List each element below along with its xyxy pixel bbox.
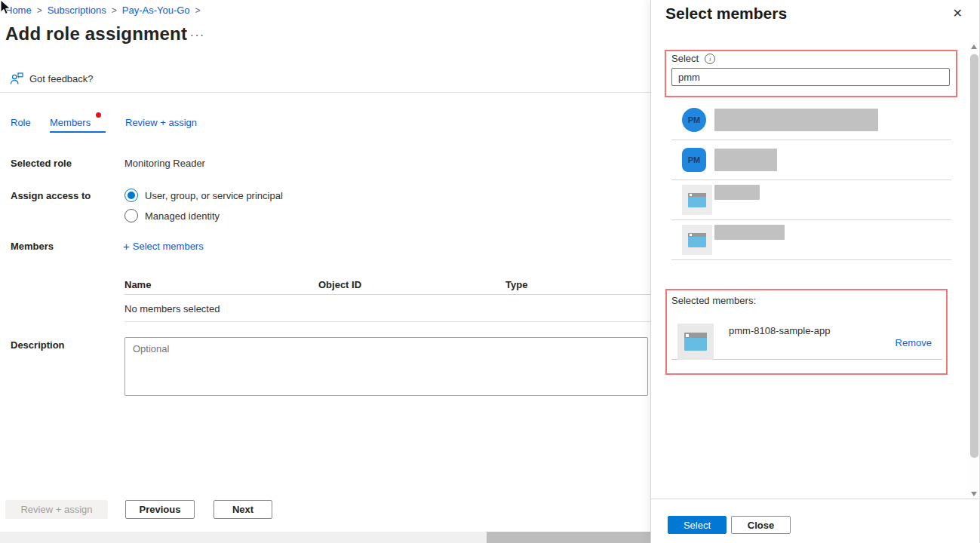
table-header-divider <box>124 294 650 295</box>
active-tab-underline <box>50 131 106 133</box>
add-role-assignment-page: Home > Subscriptions > Pay-As-You-Go > A… <box>0 0 650 543</box>
selected-members-label: Selected members: <box>671 295 756 306</box>
mouse-cursor-icon <box>0 0 12 17</box>
member-search-results: PM PM <box>671 100 951 260</box>
breadcrumb-subscriptions[interactable]: Subscriptions <box>48 5 106 16</box>
select-members-panel: Select members ✕ Select i PM PM Selected… <box>650 0 980 543</box>
radio-label: User, group, or service principal <box>145 190 283 201</box>
page-title: Add role assignment <box>5 23 187 44</box>
breadcrumb-separator: > <box>112 5 117 16</box>
scroll-down-icon[interactable] <box>971 492 977 496</box>
vertical-scrollbar[interactable] <box>969 41 980 499</box>
select-field-label: Select <box>671 53 699 64</box>
info-icon[interactable]: i <box>705 54 715 64</box>
column-header-object-id: Object ID <box>318 279 361 290</box>
member-list-item[interactable]: PM <box>671 100 951 140</box>
description-textarea[interactable] <box>124 337 648 396</box>
unsaved-changes-dot <box>96 112 101 118</box>
member-list-item[interactable] <box>671 180 951 220</box>
selected-member-name: pmm-8108-sample-app <box>729 325 830 336</box>
redacted-name-bar <box>714 149 777 171</box>
user-initials-avatar: PM <box>682 148 706 172</box>
header-divider <box>0 92 650 93</box>
tab-members[interactable]: Members <box>50 117 91 128</box>
close-icon[interactable]: ✕ <box>953 6 963 20</box>
application-icon <box>682 185 712 215</box>
select-members-link-label: Select members <box>133 241 204 252</box>
application-icon <box>677 324 714 360</box>
member-search-input[interactable] <box>671 68 950 86</box>
horizontal-scrollbar[interactable] <box>0 532 650 543</box>
selected-member-row: pmm-8108-sample-app Remove <box>671 313 942 360</box>
table-empty-message: No members selected <box>124 303 220 314</box>
breadcrumb: Home > Subscriptions > Pay-As-You-Go > <box>5 5 201 16</box>
close-button[interactable]: Close <box>731 516 791 534</box>
selected-role-value: Monitoring Reader <box>124 158 205 169</box>
vertical-scrollbar-thumb[interactable] <box>970 54 978 458</box>
more-options-button[interactable]: ··· <box>190 29 205 41</box>
panel-title: Select members <box>665 5 787 23</box>
table-row-divider <box>124 321 650 322</box>
selected-role-label: Selected role <box>11 158 72 169</box>
user-initials-avatar: PM <box>682 108 706 132</box>
application-icon <box>682 225 712 255</box>
remove-member-link[interactable]: Remove <box>896 337 932 348</box>
member-list-item[interactable] <box>671 220 951 260</box>
redacted-name-bar <box>714 185 760 200</box>
redacted-name-bar <box>714 109 878 131</box>
radio-unselected-icon <box>124 209 138 222</box>
member-list-item[interactable]: PM <box>671 140 951 180</box>
feedback-icon <box>10 72 23 85</box>
previous-button[interactable]: Previous <box>125 500 195 519</box>
review-assign-button[interactable]: Review + assign <box>5 500 108 519</box>
select-button[interactable]: Select <box>668 516 727 534</box>
radio-user-group-service-principal[interactable]: User, group, or service principal <box>124 189 283 202</box>
members-label: Members <box>11 241 54 252</box>
radio-label: Managed identity <box>145 210 220 222</box>
breadcrumb-separator: > <box>195 5 201 16</box>
column-header-type: Type <box>505 279 527 290</box>
panel-footer-divider <box>651 499 980 499</box>
tab-role[interactable]: Role <box>11 117 31 128</box>
description-label: Description <box>11 339 65 351</box>
horizontal-scrollbar-thumb[interactable] <box>487 532 650 543</box>
radio-selected-icon <box>124 189 138 202</box>
scroll-up-icon[interactable] <box>971 44 977 49</box>
assign-access-to-label: Assign access to <box>11 190 91 201</box>
redacted-name-bar <box>714 225 785 240</box>
tab-review-assign[interactable]: Review + assign <box>125 117 197 128</box>
breadcrumb-separator: > <box>37 5 42 16</box>
radio-managed-identity[interactable]: Managed identity <box>124 209 220 222</box>
got-feedback-link[interactable]: Got feedback? <box>10 72 94 85</box>
column-header-name: Name <box>124 279 151 290</box>
select-members-link[interactable]: + Select members <box>123 240 204 253</box>
breadcrumb-pay-as-you-go[interactable]: Pay-As-You-Go <box>122 5 190 16</box>
plus-icon: + <box>123 240 130 253</box>
next-button[interactable]: Next <box>214 500 272 519</box>
got-feedback-label: Got feedback? <box>29 73 94 84</box>
